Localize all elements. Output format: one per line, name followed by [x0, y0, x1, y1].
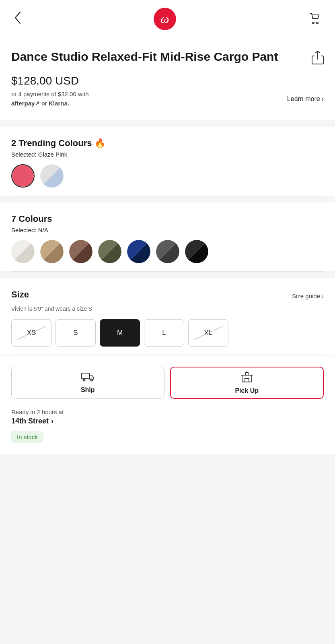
seven-swatches	[11, 240, 324, 263]
store-link[interactable]: 14th Street ›	[11, 417, 324, 425]
size-btn-s[interactable]: S	[55, 319, 96, 347]
cart-button[interactable]	[304, 9, 325, 29]
swatch-c2[interactable]	[40, 240, 64, 263]
learn-more-button[interactable]: Learn more ›	[287, 95, 324, 103]
klarna-label: Klarna.	[49, 100, 69, 107]
pickup-label: Pick Up	[235, 387, 259, 394]
seven-colours-label: 7 Colours	[11, 214, 324, 224]
trending-swatches	[11, 164, 324, 188]
swatch-c1[interactable]	[11, 240, 35, 263]
delivery-section: Ship Pick Up Ready in 2 hours at 14th St…	[0, 355, 335, 454]
payment-text: or 4 payments of $32.00 with afterpay↗ o…	[11, 90, 89, 108]
size-label: Size	[11, 289, 29, 300]
size-btn-xs[interactable]: XS	[11, 319, 51, 347]
back-button[interactable]	[10, 9, 25, 29]
afterpay-label: afterpay↗	[11, 100, 40, 107]
store-icon	[241, 371, 253, 385]
delivery-buttons: Ship Pick Up	[11, 367, 324, 399]
gap-3	[0, 272, 335, 278]
ship-label: Ship	[81, 386, 95, 394]
svg-point-2	[312, 22, 314, 24]
pickup-info: Ready in 2 hours at 14th Street › In sto…	[11, 409, 324, 443]
size-btn-xl[interactable]: XL	[188, 319, 228, 347]
size-btn-m[interactable]: M	[100, 319, 140, 347]
seven-selected-label: Selected: N/A	[11, 227, 324, 233]
swatch-white-blue[interactable]	[40, 164, 64, 188]
product-section: Dance Studio Relaxed-Fit Mid-Rise Cargo …	[0, 38, 335, 120]
swatch-c3[interactable]	[69, 240, 92, 263]
size-model-note: Vivien is 5'9" and wears a size S	[11, 305, 324, 312]
svg-point-6	[83, 379, 85, 381]
ship-button[interactable]: Ship	[11, 367, 164, 399]
trending-selected-label: Selected: Glaze Pink	[11, 151, 324, 158]
trending-colours-label: 2 Trending Colours 🔥	[11, 138, 324, 149]
ready-text: Ready in 2 hours at	[11, 409, 324, 415]
swatch-glaze-pink[interactable]	[11, 164, 35, 188]
product-title: Dance Studio Relaxed-Fit Mid-Rise Cargo …	[11, 50, 312, 64]
gap-1	[0, 120, 335, 127]
swatch-c7[interactable]	[185, 240, 208, 263]
ship-icon	[81, 372, 94, 384]
svg-rect-9	[246, 372, 248, 375]
size-guide-button[interactable]: Size guide ›	[292, 293, 324, 299]
swatch-c4[interactable]	[98, 240, 121, 263]
in-stock-badge: In stock	[11, 431, 43, 443]
svg-point-3	[317, 22, 318, 24]
swatch-c5[interactable]	[127, 240, 150, 263]
size-buttons: XS S M L XL	[11, 319, 324, 347]
logo: ω	[153, 7, 177, 31]
svg-rect-5	[82, 373, 90, 379]
gap-2	[0, 196, 335, 202]
size-section: Size Size guide › Vivien is 5'9" and wea…	[0, 278, 335, 355]
product-price: $128.00 USD	[11, 74, 324, 87]
or-text: or	[42, 100, 49, 107]
header: ω	[0, 0, 335, 38]
svg-text:ω: ω	[160, 12, 169, 26]
svg-point-7	[91, 379, 93, 381]
share-button[interactable]	[312, 51, 324, 66]
trending-colours-section: 2 Trending Colours 🔥 Selected: Glaze Pin…	[0, 127, 335, 196]
swatch-c6[interactable]	[156, 240, 179, 263]
pickup-button[interactable]: Pick Up	[170, 367, 324, 399]
size-btn-l[interactable]: L	[144, 319, 184, 347]
seven-colours-section: 7 Colours Selected: N/A	[0, 202, 335, 271]
